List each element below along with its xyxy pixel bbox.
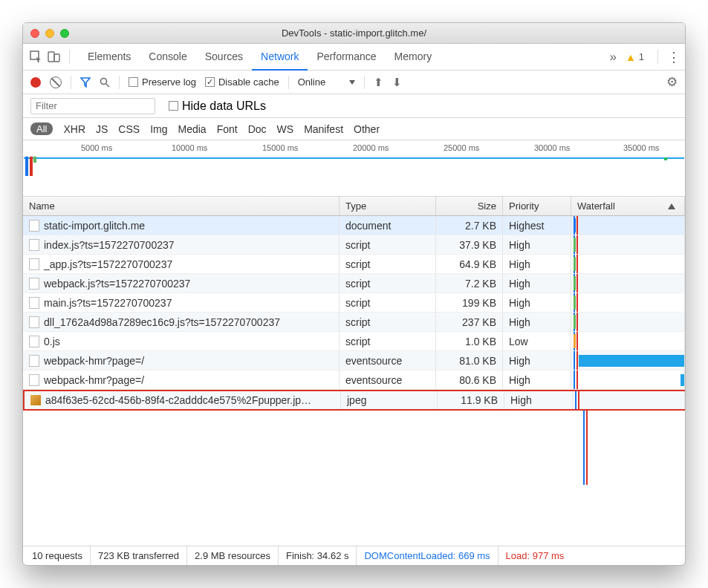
type-filter-font[interactable]: Font — [217, 123, 238, 135]
disable-cache-label: Disable cache — [218, 76, 279, 88]
file-icon — [29, 297, 39, 309]
cell-size: 11.9 KB — [438, 391, 504, 409]
timeline-tick: 15000 ms — [262, 143, 298, 152]
cell-name: 0.js — [23, 332, 340, 350]
cell-name: webpack.js?ts=1572270700237 — [23, 274, 340, 293]
device-toggle-icon[interactable] — [47, 50, 60, 64]
type-filter-css[interactable]: CSS — [118, 123, 140, 135]
preserve-log-checkbox[interactable]: Preserve log — [129, 76, 196, 88]
cell-name: a84f63e5-62cd-456b-89f4-c2adddc4e575%2Fp… — [25, 391, 341, 409]
upload-har-icon[interactable]: ⬆ — [374, 76, 383, 89]
cell-name: _app.js?ts=1572270700237 — [23, 255, 340, 273]
table-row[interactable]: main.js?ts=1572270700237script199 KBHigh — [23, 293, 685, 313]
type-filter-js[interactable]: JS — [96, 123, 108, 135]
cell-type: script — [340, 274, 436, 293]
titlebar: DevTools - static-import.glitch.me/ — [23, 23, 685, 44]
inspect-element-icon[interactable] — [29, 50, 42, 64]
status-resources: 2.9 MB resources — [187, 546, 279, 565]
checkbox-icon — [129, 77, 138, 87]
column-waterfall[interactable]: Waterfall — [571, 197, 685, 215]
column-size[interactable]: Size — [436, 197, 503, 215]
column-priority[interactable]: Priority — [503, 197, 571, 215]
tab-network[interactable]: Network — [252, 44, 308, 71]
type-filter-img[interactable]: Img — [150, 123, 167, 135]
cell-waterfall — [571, 293, 685, 312]
file-icon — [29, 258, 39, 270]
more-tabs-icon[interactable]: » — [605, 50, 620, 65]
table-row[interactable]: dll_1762a4d98a7289ec16c9.js?ts=157227070… — [23, 313, 685, 332]
cell-size: 7.2 KB — [436, 274, 503, 293]
table-row[interactable]: a84f63e5-62cd-456b-89f4-c2adddc4e575%2Fp… — [23, 390, 685, 411]
throttle-select[interactable]: Online — [298, 76, 356, 88]
table-row[interactable]: webpack.js?ts=1572270700237script7.2 KBH… — [23, 274, 685, 293]
table-row[interactable]: 0.jsscript1.0 KBLow — [23, 332, 685, 351]
table-row[interactable]: _app.js?ts=1572270700237script64.9 KBHig… — [23, 255, 685, 274]
disable-cache-checkbox[interactable]: Disable cache — [205, 76, 279, 88]
type-filter-manifest[interactable]: Manifest — [304, 123, 343, 135]
tab-sources[interactable]: Sources — [196, 44, 252, 71]
checkbox-checked-icon — [205, 77, 215, 87]
timeline-tick: 30000 ms — [534, 143, 570, 152]
timeline-overview[interactable]: 5000 ms10000 ms15000 ms20000 ms25000 ms3… — [23, 140, 685, 197]
hide-data-urls-checkbox[interactable]: Hide data URLs — [169, 99, 266, 113]
table-row[interactable]: index.js?ts=1572270700237script37.9 KBHi… — [23, 235, 685, 255]
cell-type: script — [340, 255, 436, 273]
record-button[interactable] — [30, 77, 41, 88]
search-icon[interactable] — [100, 77, 110, 88]
status-bar: 10 requests 723 KB transferred 2.9 MB re… — [23, 546, 685, 565]
status-finish: Finish: 34.62 s — [279, 546, 357, 565]
cell-waterfall — [571, 255, 685, 273]
timeline-tick: 25000 ms — [444, 143, 479, 152]
cell-size: 2.7 KB — [436, 216, 503, 235]
type-filter-doc[interactable]: Doc — [248, 123, 267, 135]
cell-priority: High — [503, 274, 571, 293]
network-toolbar: Preserve log Disable cache Online ⬆ ⬇ ⚙ — [23, 71, 685, 94]
sort-asc-icon — [668, 203, 675, 209]
cell-waterfall — [571, 313, 685, 331]
filter-toggle-icon[interactable] — [80, 77, 91, 88]
file-icon — [29, 220, 39, 232]
type-filter-media[interactable]: Media — [178, 123, 207, 135]
type-filter-row: AllXHRJSCSSImgMediaFontDocWSManifestOthe… — [23, 118, 685, 140]
column-type[interactable]: Type — [340, 197, 436, 215]
status-load: Load: 977 ms — [498, 546, 572, 565]
cell-waterfall — [571, 274, 685, 293]
warnings-badge[interactable]: ▲ 1 — [626, 51, 644, 63]
cell-priority: Highest — [503, 216, 571, 235]
divider — [364, 76, 365, 89]
tab-elements[interactable]: Elements — [79, 44, 140, 71]
cell-size: 1.0 KB — [436, 332, 503, 350]
cell-waterfall — [571, 216, 685, 235]
filter-input[interactable] — [30, 98, 155, 114]
type-filter-xhr[interactable]: XHR — [63, 123, 85, 135]
cell-name: static-import.glitch.me — [23, 216, 340, 235]
settings-menu-icon[interactable]: ⋮ — [667, 49, 679, 65]
table-row[interactable]: static-import.glitch.medocument2.7 KBHig… — [23, 216, 685, 235]
timeline-body — [23, 157, 685, 197]
divider — [69, 50, 70, 65]
file-icon — [29, 374, 39, 386]
type-filter-other[interactable]: Other — [354, 123, 380, 135]
table-row[interactable]: webpack-hmr?page=/eventsource80.6 KBHigh — [23, 370, 685, 390]
timeline-ruler: 5000 ms10000 ms15000 ms20000 ms25000 ms3… — [23, 140, 685, 157]
cell-name: index.js?ts=1572270700237 — [23, 235, 340, 254]
download-har-icon[interactable]: ⬇ — [392, 76, 402, 89]
tab-performance[interactable]: Performance — [308, 44, 385, 71]
cell-type: eventsource — [340, 351, 436, 370]
table-row[interactable]: webpack-hmr?page=/eventsource81.0 KBHigh — [23, 351, 685, 370]
hide-data-urls-label: Hide data URLs — [182, 99, 266, 113]
type-filter-ws[interactable]: WS — [277, 123, 294, 135]
column-name[interactable]: Name — [23, 197, 340, 215]
divider — [288, 76, 289, 89]
cell-priority: High — [503, 235, 571, 254]
type-filter-all[interactable]: All — [30, 122, 53, 135]
tab-memory[interactable]: Memory — [386, 44, 441, 71]
network-settings-icon[interactable]: ⚙ — [666, 74, 678, 90]
cell-waterfall — [571, 370, 685, 389]
cell-type: script — [340, 293, 436, 312]
timeline-tick: 20000 ms — [353, 143, 389, 152]
clear-button[interactable] — [50, 76, 62, 88]
tab-console[interactable]: Console — [140, 44, 195, 71]
file-icon — [29, 239, 39, 251]
status-transferred: 723 KB transferred — [91, 546, 187, 565]
